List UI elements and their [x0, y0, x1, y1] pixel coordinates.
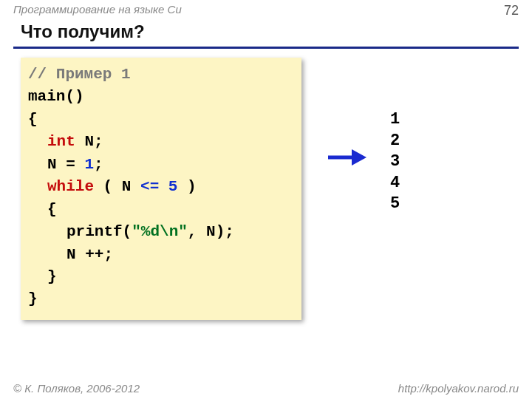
- content-area: // Пример 1 main() { int N; N = 1; while…: [0, 49, 532, 320]
- string-literal: "%d\n": [132, 223, 188, 240]
- literal-five: 5: [168, 178, 178, 195]
- svg-marker-1: [352, 149, 366, 166]
- operator-leq: <=: [140, 178, 159, 195]
- keyword-int: int: [47, 133, 75, 150]
- code-line: printf("%d\n", N);: [28, 221, 294, 243]
- code-comment: // Пример 1: [28, 64, 294, 86]
- code-line: }: [28, 266, 294, 288]
- code-line: }: [28, 288, 294, 310]
- code-line: main(): [28, 86, 294, 108]
- code-line: N = 1;: [28, 154, 294, 176]
- arrow-right-icon: [325, 146, 366, 168]
- footer-copyright: © К. Поляков, 2006-2012: [13, 382, 140, 395]
- program-output: 1 2 3 4 5: [390, 58, 400, 215]
- code-box: // Пример 1 main() { int N; N = 1; while…: [21, 58, 301, 320]
- header: Программирование на языке Си 72: [0, 0, 532, 18]
- page-number: 72: [504, 3, 519, 18]
- code-line: {: [28, 109, 294, 131]
- code-line: {: [28, 199, 294, 221]
- keyword-while: while: [47, 178, 94, 195]
- code-line: while ( N <= 5 ): [28, 176, 294, 198]
- header-subject: Программирование на языке Си: [13, 3, 182, 18]
- code-line: int N;: [28, 131, 294, 153]
- literal-one: 1: [84, 156, 94, 173]
- code-line: N ++;: [28, 244, 294, 266]
- slide: Программирование на языке Си 72 Что полу…: [0, 0, 532, 399]
- footer-url: http://kpolyakov.narod.ru: [398, 382, 519, 395]
- arrow-column: [301, 58, 390, 168]
- slide-title: Что получим?: [0, 18, 532, 44]
- footer: © К. Поляков, 2006-2012 http://kpolyakov…: [13, 382, 519, 395]
